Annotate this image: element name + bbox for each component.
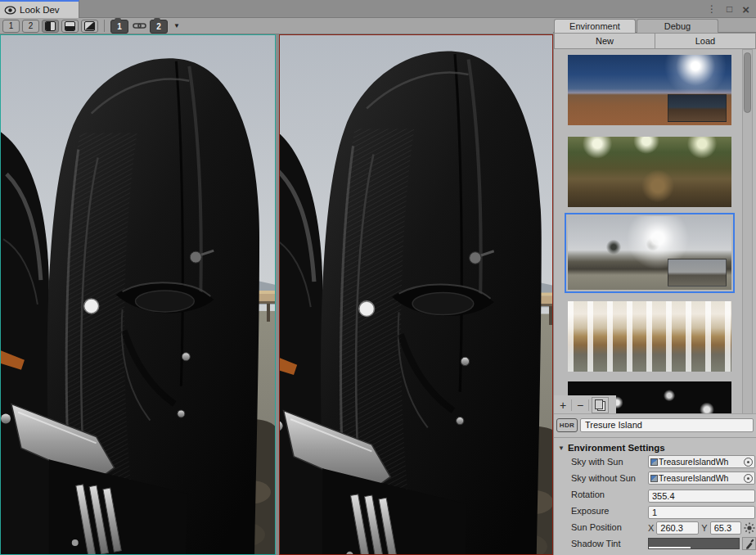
- tab-debug-label: Debug: [664, 21, 691, 31]
- robot-head-render-2: [280, 35, 552, 554]
- maximize-icon[interactable]: □: [727, 3, 732, 15]
- hdri-thumbnail-church[interactable]: [568, 301, 731, 372]
- list-actions-separator: [588, 399, 589, 411]
- duplicate-hdri-button[interactable]: [592, 397, 609, 413]
- side-by-side-view-button[interactable]: [42, 20, 59, 33]
- link-cameras-button[interactable]: [131, 20, 147, 33]
- sky-without-sun-object-field[interactable]: TreasureIslandWh: [648, 472, 755, 485]
- environment-settings-header[interactable]: ▼ Environment Settings: [558, 441, 756, 454]
- hdri-nosun-inset: [668, 94, 727, 122]
- camera-1-button[interactable]: 1: [110, 20, 128, 34]
- tab-environment-label: Environment: [569, 21, 620, 31]
- sun-x-field[interactable]: [656, 521, 699, 535]
- single-view-1-button[interactable]: 1: [2, 20, 20, 33]
- close-icon[interactable]: ×: [742, 2, 749, 16]
- tab-environment[interactable]: Environment: [554, 19, 636, 33]
- sun-y-field[interactable]: [710, 521, 741, 535]
- hdr-badge: HDR: [556, 418, 578, 432]
- hdri-thumbnail-desert[interactable]: [568, 55, 731, 125]
- library-actions: New Load: [554, 33, 756, 49]
- hdri-selection-frame: [565, 213, 735, 293]
- list-actions-separator: [571, 399, 572, 411]
- setting-row-sun-position: Sun Position X Y: [554, 521, 756, 535]
- section-divider: [554, 437, 756, 438]
- exposure-field[interactable]: [648, 506, 755, 519]
- scrollbar-thumb[interactable]: [744, 52, 751, 113]
- chain-link-icon: [133, 21, 146, 30]
- sky-with-sun-label: Sky with Sun: [571, 457, 623, 467]
- split-horizontal-icon: [65, 21, 75, 31]
- single-view-1-label: 1: [9, 21, 14, 30]
- render-view-2[interactable]: [279, 34, 553, 555]
- environment-settings-title: Environment Settings: [568, 443, 665, 453]
- object-picker-icon[interactable]: [744, 458, 753, 467]
- setting-row-sky-with-sun: Sky with Sun TreasureIslandWh: [554, 455, 756, 469]
- panel-body: New Load + −: [553, 33, 756, 555]
- tab-look-dev[interactable]: Look Dev: [0, 0, 79, 18]
- hdri-thumbnail-treasure-island[interactable]: [568, 216, 731, 290]
- eye-icon: [4, 6, 16, 15]
- object-picker-icon[interactable]: [744, 474, 753, 483]
- load-button-label: Load: [695, 36, 715, 46]
- tab-debug[interactable]: Debug: [637, 19, 718, 33]
- eyedropper-button[interactable]: [742, 537, 756, 550]
- new-button[interactable]: New: [554, 33, 655, 49]
- shadow-tint-color-swatch[interactable]: [648, 538, 740, 549]
- environment-panel: Environment Debug New Load + −: [553, 18, 756, 555]
- hdri-list: + −: [554, 49, 756, 414]
- rotation-label: Rotation: [571, 490, 605, 499]
- load-button[interactable]: Load: [655, 33, 756, 49]
- split-view-button[interactable]: [61, 20, 79, 33]
- cubemap-icon: [650, 458, 658, 466]
- titlebar: Look Dev ⋮ □ ×: [0, 0, 756, 18]
- hdri-thumbnail-forest[interactable]: [568, 137, 731, 207]
- setting-row-rotation: Rotation: [554, 488, 756, 502]
- camera-2-label: 2: [156, 22, 161, 31]
- sky-without-sun-label: Sky without Sun: [571, 473, 636, 483]
- sun-icon: [744, 522, 755, 534]
- lookdev-toolbar: 1 2 1 2 ▼: [0, 18, 553, 34]
- rotation-field[interactable]: [648, 490, 755, 503]
- remove-hdri-button[interactable]: −: [574, 398, 586, 413]
- window-menu-icon[interactable]: ⋮: [707, 3, 717, 15]
- sky-with-sun-object-field[interactable]: TreasureIslandWh: [648, 455, 755, 468]
- sun-position-label: Sun Position: [571, 522, 622, 532]
- eyedropper-icon: [745, 539, 754, 549]
- setting-row-sky-without-sun: Sky without Sun TreasureIslandWh: [554, 472, 756, 485]
- cubemap-icon: [650, 475, 658, 482]
- lookdev-window: Look Dev ⋮ □ × 1 2 1 2 ▼: [0, 0, 756, 555]
- panel-tab-strip: Environment Debug: [553, 18, 756, 33]
- setting-row-shadow-tint: Shadow Tint: [554, 537, 756, 551]
- camera-options-dropdown[interactable]: ▼: [170, 22, 183, 29]
- robot-head-render-1: [1, 35, 275, 554]
- exposure-label: Exposure: [571, 506, 609, 516]
- sun-x-axis-label[interactable]: X: [648, 523, 654, 533]
- hdr-name-row: HDR: [556, 417, 754, 433]
- single-view-2-label: 2: [29, 21, 34, 30]
- hdri-list-scrollbar[interactable]: [742, 49, 753, 414]
- sun-y-axis-label[interactable]: Y: [701, 523, 707, 533]
- shadow-tint-label: Shadow Tint: [571, 539, 621, 548]
- window-title: Look Dev: [20, 5, 60, 15]
- hdri-nosun-inset: [668, 259, 727, 287]
- split-vertical-icon: [45, 21, 56, 31]
- sun-pick-button[interactable]: [744, 521, 756, 534]
- zone-view-button[interactable]: [81, 20, 98, 33]
- render-view-1[interactable]: [0, 34, 276, 555]
- setting-row-exposure: Exposure: [554, 504, 756, 518]
- duplicate-icon: [597, 401, 605, 411]
- toolbar-separator: [104, 20, 105, 32]
- sky-without-sun-value: TreasureIslandWh: [659, 473, 743, 483]
- window-controls: ⋮ □ ×: [707, 0, 749, 18]
- render-viewport: [0, 34, 553, 555]
- camera-1-label: 1: [117, 22, 122, 31]
- hdri-list-actions: + −: [554, 395, 616, 414]
- split-diagonal-icon: [84, 21, 95, 31]
- new-button-label: New: [596, 36, 614, 46]
- foldout-arrow-icon[interactable]: ▼: [558, 444, 565, 452]
- hdri-name-field[interactable]: [580, 418, 754, 432]
- single-view-2-button[interactable]: 2: [22, 20, 39, 33]
- add-hdri-button[interactable]: +: [557, 398, 569, 413]
- sky-with-sun-value: TreasureIslandWh: [659, 457, 743, 467]
- camera-2-button[interactable]: 2: [150, 20, 168, 34]
